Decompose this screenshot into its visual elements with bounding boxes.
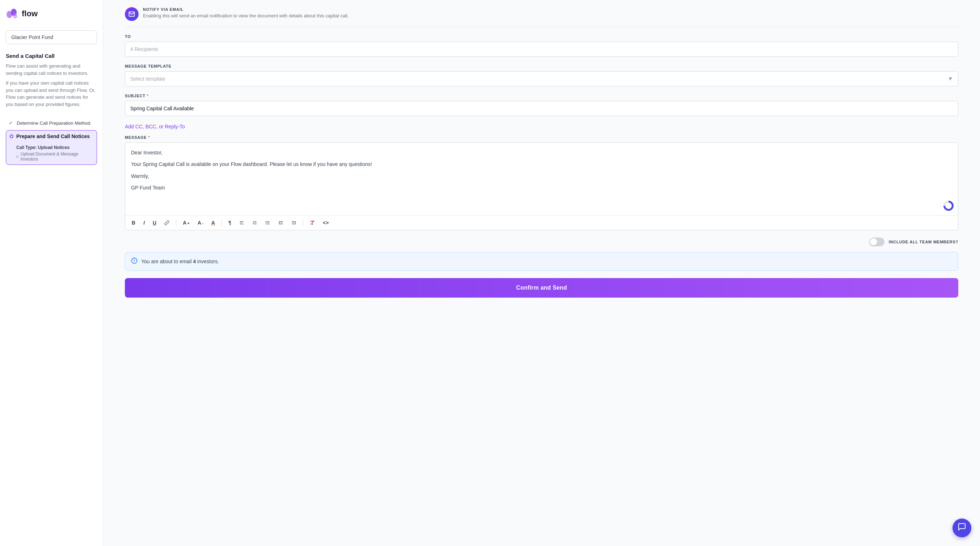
subject-label: Subject * [125,94,958,98]
italic-button[interactable]: I [142,219,146,226]
svg-point-13 [266,222,266,223]
include-team-label: Include All Team Members? [889,240,958,244]
notify-title: Notify Via Email [143,7,349,11]
notify-section: Notify Via Email Enabling this will send… [125,0,958,27]
svg-point-12 [266,221,266,222]
logo: flow [6,7,97,20]
toolbar-sep-1 [176,219,176,226]
cursor-circle [943,201,954,211]
message-editor: Dear Investor, Your Spring Capital Call … [125,143,958,230]
add-cc-link[interactable]: Add CC, BCC, or Reply-To [125,124,185,129]
sidebar-desc-2: If you have your own capital call notice… [6,79,97,108]
chat-bubble-button[interactable] [953,519,971,537]
info-count: 4 [193,259,196,264]
step-sub-dot [16,156,19,158]
message-line-2: Your Spring Capital Call is available on… [131,160,952,168]
code-button[interactable]: <> [321,219,330,226]
toggle-thumb [870,238,877,246]
message-label: Message * [125,135,958,140]
subject-input[interactable] [125,101,958,116]
chat-icon [958,522,966,533]
align-left-button[interactable] [238,219,246,226]
include-team-row: Include All Team Members? [125,238,958,246]
step-2-label: Prepare and Send Call Notices [16,133,90,139]
clear-format-button[interactable] [308,219,316,226]
step-sub-label: Call Type: Upload Notices [16,145,70,150]
font-size-down-button[interactable]: A- [196,219,205,226]
to-section: TO 4 Recipients [125,34,958,57]
notify-desc: Enabling this will send an email notific… [143,13,349,19]
recipients-box[interactable]: 4 Recipients [125,41,958,57]
subject-section: Subject * [125,94,958,116]
editor-toolbar: B I U A+ A- A ¶ [125,215,958,230]
step-1-label: Determine Call Preparation Method [17,121,91,126]
svg-point-14 [266,224,266,224]
message-cursor [943,201,954,211]
bold-button[interactable]: B [130,219,137,226]
confirm-send-button[interactable]: Confirm and Send [125,278,958,298]
sidebar-desc-1: Flow can assist with generating and send… [6,63,97,77]
cursor-inner [945,203,952,209]
required-star: * [147,94,149,98]
main-content: Notify Via Email Enabling this will send… [103,0,980,546]
step-active-header: Prepare and Send Call Notices [10,133,90,139]
info-banner: You are about to email 4 investors. [125,252,958,271]
step-item-2[interactable]: Prepare and Send Call Notices Call Type:… [6,130,97,165]
flow-logo-icon [6,7,19,20]
step-sub-item-label: Upload Document & Message Investors [21,151,93,162]
include-team-toggle[interactable] [869,238,885,246]
info-text: You are about to email 4 investors. [141,259,219,264]
to-label: TO [125,34,958,39]
step-active-dot [10,135,13,138]
paragraph-button[interactable]: ¶ [227,219,233,226]
step-item-1[interactable]: ✓ Determine Call Preparation Method [6,118,97,128]
check-icon: ✓ [9,120,13,126]
step-sub: Call Type: Upload Notices Upload Documen… [16,145,93,162]
link-button[interactable] [163,219,171,226]
info-icon [131,257,137,265]
step-list: ✓ Determine Call Preparation Method Prep… [6,118,97,165]
toolbar-sep-2 [221,219,222,226]
notify-text: Notify Via Email Enabling this will send… [143,7,349,19]
message-body[interactable]: Dear Investor, Your Spring Capital Call … [125,143,958,215]
sidebar-section-title: Send a Capital Call [6,53,97,59]
message-line-1: Dear Investor, [131,149,952,157]
indent-more-button[interactable] [290,219,298,226]
font-color-button[interactable]: A [210,219,216,226]
underline-button[interactable]: U [151,219,158,226]
message-line-4: GP Fund Team [131,184,952,192]
toolbar-sep-3 [303,219,303,226]
font-size-up-button[interactable]: A+ [181,219,191,226]
unordered-list-button[interactable] [264,219,272,226]
app-name: flow [22,9,38,19]
svg-point-2 [13,13,18,19]
sidebar: flow Glacier Point Fund Send a Capital C… [0,0,103,546]
indent-less-button[interactable] [277,219,285,226]
template-select-wrapper: Select template ▼ [125,71,958,86]
ordered-list-button[interactable] [251,219,259,226]
notify-icon [125,7,138,21]
step-sub-item: Upload Document & Message Investors [16,151,93,162]
fund-name: Glacier Point Fund [6,30,97,44]
template-section: Message Template Select template ▼ [125,64,958,86]
message-section: Message * Dear Investor, Your Spring Cap… [125,135,958,230]
template-select[interactable]: Select template [125,71,958,86]
message-required-star: * [148,135,150,140]
template-label: Message Template [125,64,958,68]
message-line-3: Warmly, [131,172,952,180]
